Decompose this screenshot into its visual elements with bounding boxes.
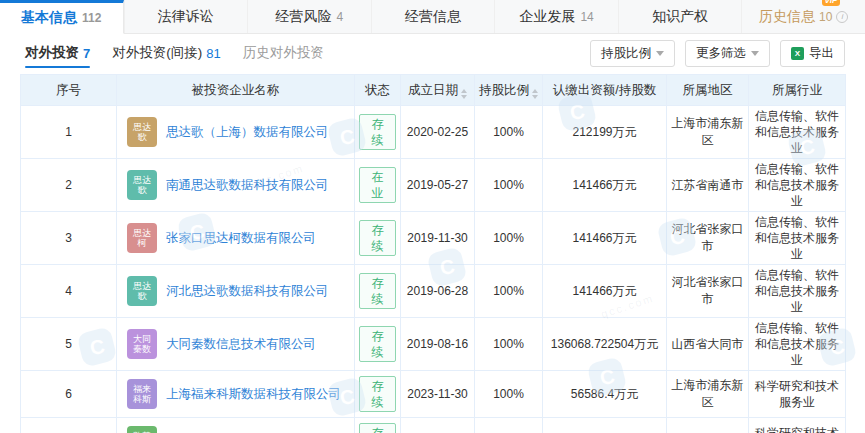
subscribed-capital: 141466万元 (543, 265, 667, 318)
tab-label: 企业发展 (519, 8, 575, 26)
share-ratio: 100% (475, 418, 543, 433)
tab-label: 经营风险 (276, 8, 332, 26)
subtab-label: 对外投资 (25, 44, 79, 62)
info-icon[interactable]: i (836, 11, 848, 23)
excel-icon: X (791, 47, 804, 60)
status-badge: 存续 (359, 114, 396, 150)
col-header-ratio[interactable]: 持股比例 (475, 75, 543, 106)
subscribed-capital: 21219.9万元 (543, 418, 667, 433)
table-row: 3 思达柯 张家口思达柯数据有限公司 存续 2019-11-30 100% 14… (21, 212, 846, 265)
table-row: 2 思达歌 南通思达歌数据科技有限公司 在业 2019-05-27 100% 1… (21, 159, 846, 212)
tab-legal-litigation[interactable]: 法律诉讼 (124, 0, 248, 33)
company-logo: 思达歌 (127, 170, 157, 200)
region: 河北省张家口市 (667, 212, 749, 265)
company-link[interactable]: 上海福来科斯数据科技有限公司 (166, 386, 341, 403)
row-index: 4 (21, 265, 117, 318)
founded-date: 2023-11-30 (401, 371, 475, 418)
table-row: 4 思达歌 河北思达歌数据科技有限公司 存续 2019-06-28 100% 1… (21, 265, 846, 318)
table-row: 5 大同秦数 大同秦数信息技术有限公司 存续 2019-08-16 100% 1… (21, 318, 846, 371)
subtab-indirect-investment[interactable]: 对外投资(间接) 81 (112, 34, 220, 72)
more-filters-button[interactable]: 更多筛选 (685, 40, 770, 67)
tab-label: 历史信息 (759, 8, 815, 26)
company-link[interactable]: 思达歌（上海）数据有限公司 (166, 124, 329, 141)
subtab-outbound-investment[interactable]: 对外投资 7 (25, 34, 90, 72)
table-header-row: 序号 被投资企业名称 状态 成立日期 持股比例 认缴出资额/持股数 所属地区 所… (21, 75, 846, 106)
tab-operation-risk[interactable]: 经营风险 4 (247, 0, 371, 33)
sort-icon[interactable] (532, 89, 538, 99)
company-logo: 思达歌 (127, 276, 157, 306)
investment-table: 序号 被投资企业名称 状态 成立日期 持股比例 认缴出资额/持股数 所属地区 所… (20, 74, 846, 433)
company-investment-panel: 基本信息 112 法律诉讼 经营风险 4 经营信息 企业发展 14 知识产权 V… (0, 0, 865, 433)
industry: 信息传输、软件和信息技术服务业 (749, 318, 846, 371)
export-button[interactable]: X 导出 (780, 40, 845, 67)
industry: 信息传输、软件和信息技术服务业 (749, 212, 846, 265)
company-link[interactable]: 河北思达歌数据科技有限公司 (166, 283, 329, 300)
share-ratio: 100% (475, 159, 543, 212)
company-logo: 思达柯 (127, 223, 157, 253)
company-link[interactable]: 南通思达歌数据科技有限公司 (166, 177, 329, 194)
region: 河北省张家口市 (667, 265, 749, 318)
subscribed-capital: 136068.722504万元 (543, 318, 667, 371)
share-ratio: 100% (475, 106, 543, 159)
share-ratio: 100% (475, 212, 543, 265)
industry: 科学研究和技术服务业 (749, 371, 846, 418)
col-header-label: 成立日期 (408, 83, 458, 97)
status-badge: 存续 (359, 423, 396, 433)
col-header-index: 序号 (21, 75, 117, 106)
subtab-history-investment[interactable]: 历史对外投资 (243, 34, 324, 72)
sort-icon[interactable] (461, 89, 467, 99)
subtab-label: 对外投资(间接) (112, 44, 202, 62)
subtab-count: 81 (206, 46, 220, 61)
tab-label: 经营信息 (405, 8, 461, 26)
col-header-status: 状态 (355, 75, 401, 106)
tab-count: 10 (819, 10, 832, 24)
col-header-region: 所属地区 (667, 75, 749, 106)
table-row: 6 福来科斯 上海福来科斯数据科技有限公司 存续 2023-11-30 100%… (21, 371, 846, 418)
tab-label: 法律诉讼 (158, 8, 214, 26)
button-label: 持股比例 (601, 45, 651, 62)
tab-label: 基本信息 (21, 9, 77, 27)
share-ratio-filter-button[interactable]: 持股比例 (590, 40, 675, 67)
region: 山西省大同市 (667, 318, 749, 371)
company-logo: 大同秦数 (127, 329, 157, 359)
status-badge: 存续 (359, 273, 396, 309)
button-label: 更多筛选 (696, 45, 746, 62)
chevron-down-icon (751, 51, 759, 56)
industry: 信息传输、软件和信息技术服务业 (749, 106, 846, 159)
share-ratio: 100% (475, 318, 543, 371)
tab-operation-info[interactable]: 经营信息 (371, 0, 495, 33)
row-index: 3 (21, 212, 117, 265)
row-index: 5 (21, 318, 117, 371)
row-index: 1 (21, 106, 117, 159)
subtab-label: 历史对外投资 (243, 44, 324, 62)
tab-intellectual-property[interactable]: 知识产权 (618, 0, 742, 33)
tab-count: 14 (580, 10, 593, 24)
company-link[interactable]: 张家口思达柯数据有限公司 (166, 230, 316, 247)
tab-company-development[interactable]: 企业发展 14 (494, 0, 618, 33)
founded-date: 2019-08-16 (401, 318, 475, 371)
founded-date: 2019-11-30 (401, 212, 475, 265)
industry: 信息传输、软件和信息技术服务业 (749, 159, 846, 212)
row-index: 7 (21, 418, 117, 433)
company-logo: 数基科技 (127, 426, 157, 433)
industry: 信息传输、软件和信息技术服务业 (749, 265, 846, 318)
table-row: 7 数基科技 梧桐数基科技有限公司 存续 2023-12-11 100% 212… (21, 418, 846, 433)
row-index: 6 (21, 371, 117, 418)
chevron-down-icon (656, 51, 664, 56)
tab-basic-info[interactable]: 基本信息 112 (0, 0, 124, 34)
company-link[interactable]: 大同秦数信息技术有限公司 (166, 336, 316, 353)
table-row: 1 思达歌 思达歌（上海）数据有限公司 存续 2020-02-25 100% 2… (21, 106, 846, 159)
tab-count: 4 (337, 10, 344, 24)
col-header-amount: 认缴出资额/持股数 (543, 75, 667, 106)
founded-date: 2019-06-28 (401, 265, 475, 318)
tab-history-info[interactable]: VIP 历史信息 10 i (741, 0, 865, 33)
vip-badge: VIP (822, 0, 841, 6)
subscribed-capital: 141466万元 (543, 159, 667, 212)
subtab-count: 7 (83, 46, 90, 61)
founded-date: 2019-05-27 (401, 159, 475, 212)
col-header-date[interactable]: 成立日期 (401, 75, 475, 106)
share-ratio: 100% (475, 371, 543, 418)
row-index: 2 (21, 159, 117, 212)
status-badge: 存续 (359, 220, 396, 256)
subscribed-capital: 212199万元 (543, 106, 667, 159)
